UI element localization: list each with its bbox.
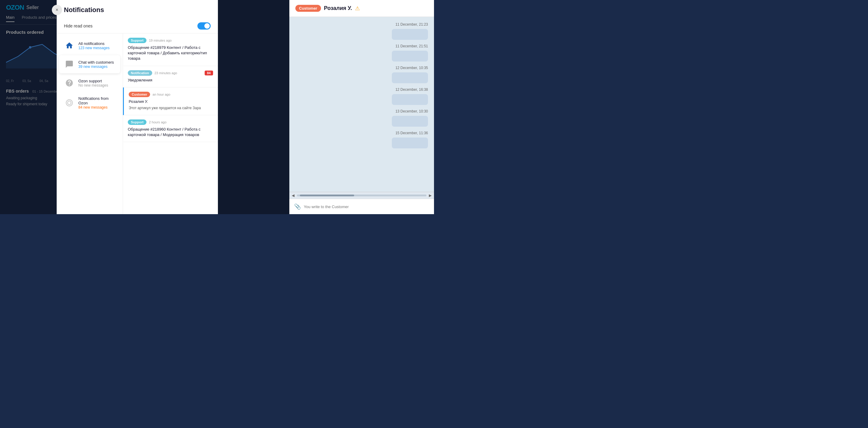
scroll-right-icon[interactable]: ▶ bbox=[427, 193, 434, 198]
chat-bubble-row-2 bbox=[296, 73, 428, 83]
notif-count-badge-2: 84 bbox=[205, 70, 213, 76]
notification-item-1[interactable]: Support 19 minutes ago Обращение #218979… bbox=[123, 33, 218, 66]
badge-notification-2: Notification bbox=[128, 70, 152, 76]
close-button[interactable]: × bbox=[52, 5, 62, 15]
chat-bubble-0 bbox=[392, 29, 428, 40]
chat-bubble-row-3 bbox=[296, 94, 428, 105]
category-ozon[interactable]: Notifications from Ozon 84 new messages bbox=[59, 93, 120, 113]
hide-read-row: Hide read ones bbox=[57, 19, 218, 33]
chat-bubble-1 bbox=[392, 51, 428, 61]
notifications-title: Notifications bbox=[64, 6, 104, 14]
badge-support-4: Support bbox=[128, 119, 147, 125]
svg-point-2 bbox=[67, 101, 71, 105]
chat-icon bbox=[64, 59, 75, 70]
notification-item-2[interactable]: Notification 23 minutes ago 84 Уведомлен… bbox=[123, 66, 218, 87]
chat-bubble-5 bbox=[392, 138, 428, 148]
notif-time-1: 19 minutes ago bbox=[149, 38, 172, 42]
category-all[interactable]: All notifications 123 new messages bbox=[59, 36, 120, 55]
attach-icon[interactable]: 📎 bbox=[294, 203, 301, 210]
notifications-list: Support 19 minutes ago Обращение #218979… bbox=[123, 33, 218, 214]
category-support-text: Ozon support No new messages bbox=[79, 79, 108, 87]
badge-support-1: Support bbox=[128, 38, 147, 43]
home-icon bbox=[64, 40, 75, 51]
chat-bubble-row-4 bbox=[296, 116, 428, 127]
notif-item-2-header: Notification 23 minutes ago 84 bbox=[128, 70, 213, 76]
notifications-sidebar: All notifications 123 new messages Chat … bbox=[57, 33, 123, 214]
chat-footer: 📎 bbox=[289, 199, 434, 214]
notif-item-4-header: Support 2 hours ago bbox=[128, 119, 213, 125]
notif-text-2: Уведомления bbox=[128, 78, 213, 83]
chat-bubble-row-5 bbox=[296, 138, 428, 148]
chat-bubble-3 bbox=[392, 94, 428, 105]
chat-panel: Customer Розалия У. ⚠ 11 December, 21:23… bbox=[289, 0, 434, 214]
chat-messages: 11 December, 21:23 11 December, 21:51 12… bbox=[289, 17, 434, 192]
chat-date-2: 12 December, 10:35 bbox=[296, 64, 428, 72]
scrollbar-thumb bbox=[300, 195, 354, 196]
hide-read-label: Hide read ones bbox=[64, 24, 93, 28]
chat-date-1: 11 December, 21:51 bbox=[296, 42, 428, 50]
badge-customer-3: Customer bbox=[129, 92, 150, 97]
chat-input[interactable] bbox=[304, 204, 429, 209]
notif-text-4: Обращение #218960 Контент / Работа с кар… bbox=[128, 127, 213, 138]
category-support[interactable]: Ozon support No new messages bbox=[59, 74, 120, 92]
chat-bubble-row-1 bbox=[296, 51, 428, 61]
chat-header: Customer Розалия У. ⚠ bbox=[289, 0, 434, 17]
notif-time-3: an hour ago bbox=[153, 93, 170, 96]
chat-bubble-row-0 bbox=[296, 29, 428, 40]
notif-item-1-header: Support 19 minutes ago bbox=[128, 38, 213, 43]
scroll-left-icon[interactable]: ◀ bbox=[289, 193, 297, 198]
chat-date-4: 13 December, 10:30 bbox=[296, 107, 428, 115]
notif-text-1: Обращение #218979 Контент / Работа с кар… bbox=[128, 45, 213, 61]
notification-item-3[interactable]: Customer an hour ago Розалия У. Этот арт… bbox=[123, 87, 218, 115]
chat-user-name: Розалия У. bbox=[324, 5, 352, 11]
chat-date-5: 15 December, 11:36 bbox=[296, 129, 428, 137]
notifications-panel: Notifications Hide read ones All notific… bbox=[57, 0, 218, 214]
svg-point-1 bbox=[66, 100, 73, 106]
notification-item-4[interactable]: Support 2 hours ago Обращение #218960 Ко… bbox=[123, 115, 218, 142]
question-icon bbox=[64, 78, 75, 88]
category-chat[interactable]: Chat with customers 39 new messages bbox=[59, 55, 120, 73]
category-chat-text: Chat with customers 39 new messages bbox=[79, 60, 114, 69]
notif-text-3: Этот артикул уже продается на сайте Зара bbox=[129, 106, 213, 111]
notif-name-3: Розалия У. bbox=[129, 99, 213, 104]
ozon-icon bbox=[64, 97, 75, 108]
chat-date-0: 11 December, 21:23 bbox=[296, 21, 428, 28]
category-ozon-text: Notifications from Ozon 84 new messages bbox=[79, 96, 116, 110]
notifications-header: Notifications bbox=[57, 0, 218, 19]
chat-customer-badge: Customer bbox=[296, 5, 321, 12]
notif-item-3-header: Customer an hour ago bbox=[129, 92, 213, 97]
chat-bubble-4 bbox=[392, 116, 428, 127]
category-all-text: All notifications 123 new messages bbox=[79, 41, 110, 50]
chat-bubble-2 bbox=[392, 73, 428, 83]
chat-date-3: 12 December, 16:38 bbox=[296, 86, 428, 93]
notif-time-4: 2 hours ago bbox=[149, 120, 166, 124]
warning-icon: ⚠ bbox=[355, 5, 360, 12]
notifications-body: All notifications 123 new messages Chat … bbox=[57, 33, 218, 214]
notif-time-2: 23 minutes ago bbox=[155, 71, 177, 75]
hide-read-toggle[interactable] bbox=[197, 22, 211, 30]
